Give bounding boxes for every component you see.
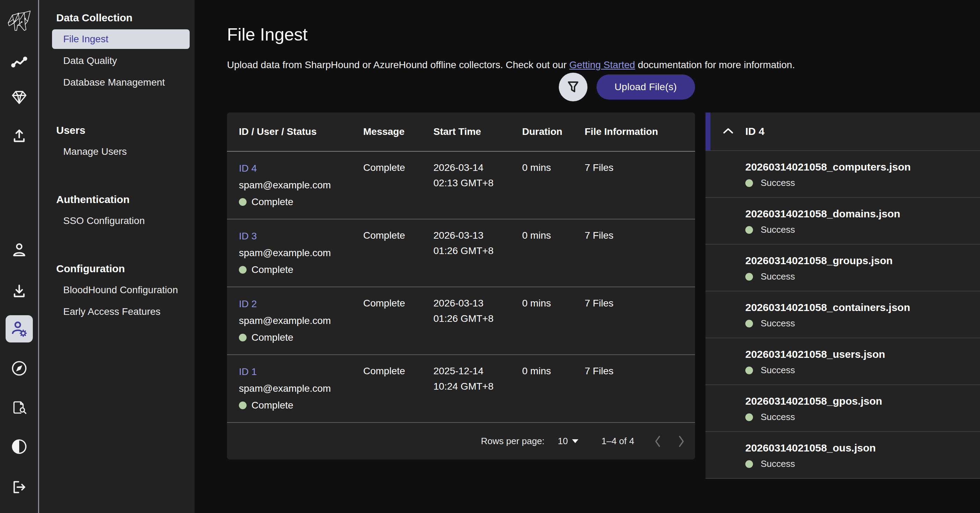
cell-duration: 0 mins	[522, 160, 585, 175]
table-row: ID 3 spam@example.com Complete Complete …	[227, 220, 695, 287]
table-pagination: Rows per page: 10 1–4 of 4	[227, 423, 695, 460]
start-clock: 01:26 GMT+8	[433, 311, 522, 327]
rows-per-page-select[interactable]: 10	[558, 436, 578, 447]
data-quality-gem-icon[interactable]	[10, 88, 28, 106]
file-status-row: Success	[745, 365, 973, 376]
section-heading: Users	[56, 124, 189, 136]
ingest-id-link[interactable]: ID 4	[239, 160, 363, 177]
ingest-id-link[interactable]: ID 2	[239, 296, 363, 312]
contrast-toggle-icon[interactable]	[10, 438, 28, 456]
status-dot-icon	[745, 366, 753, 374]
upload-icon[interactable]	[10, 126, 28, 145]
sidebar-section-data-collection: Data Collection File Ingest Data Quality…	[48, 12, 189, 92]
file-status-row: Success	[745, 271, 973, 282]
manage-users-selected-tile[interactable]	[6, 315, 33, 343]
file-name: 20260314021058_groups.json	[745, 253, 973, 268]
sidebar-item[interactable]: SSO Configuration	[52, 211, 189, 231]
status-dot-icon	[745, 179, 753, 187]
caret-down-icon	[572, 439, 578, 443]
file-item: 20260314021058_computers.json Success	[705, 151, 980, 198]
logout-icon[interactable]	[10, 478, 28, 496]
file-item: 20260314021058_gpos.json Success	[705, 385, 980, 432]
cell-start-time: 2025-12-14 10:24 GMT+8	[433, 363, 522, 394]
file-item: 20260314021058_groups.json Success	[705, 245, 980, 292]
table-row: ID 1 spam@example.com Complete Complete …	[227, 355, 695, 423]
status-label: Complete	[251, 194, 293, 210]
icon-rail	[0, 0, 39, 513]
file-status-row: Success	[745, 318, 973, 329]
upload-files-button[interactable]: Upload File(s)	[597, 75, 695, 100]
pagination-range: 1–4 of 4	[601, 436, 634, 447]
sidebar-item[interactable]: BloodHound Configuration	[52, 280, 189, 300]
line-chart-icon[interactable]	[10, 53, 28, 71]
status-dot-icon	[239, 198, 247, 206]
explore-compass-icon[interactable]	[10, 359, 28, 378]
sidebar-item-label: Early Access Features	[63, 306, 161, 317]
start-date: 2026-03-13	[433, 228, 522, 243]
start-clock: 01:26 GMT+8	[433, 243, 522, 259]
sidebar-item[interactable]: File Ingest	[52, 29, 189, 49]
file-name: 20260314021058_computers.json	[745, 160, 973, 174]
sidebar-section-authentication: Authentication SSO Configuration	[48, 194, 189, 231]
col-header-message: Message	[363, 126, 433, 137]
cell-file-information: 7 Files	[585, 228, 695, 243]
cell-message: Complete	[363, 296, 433, 311]
status-dot-icon	[239, 334, 247, 341]
filter-button[interactable]	[559, 73, 587, 101]
status-label: Complete	[251, 261, 293, 278]
cell-id-user-status: ID 3 spam@example.com Complete	[239, 228, 363, 278]
file-status-row: Success	[745, 225, 973, 235]
sidebar-item[interactable]: Manage Users	[52, 142, 189, 161]
file-status-row: Success	[745, 412, 973, 422]
sidebar-item[interactable]: Data Quality	[52, 51, 189, 70]
document-search-icon[interactable]	[10, 398, 28, 417]
status-row: Complete	[239, 329, 363, 346]
start-date: 2026-03-14	[433, 160, 522, 175]
rows-per-page-value: 10	[558, 436, 568, 447]
person-icon[interactable]	[10, 241, 28, 259]
section-heading: Authentication	[56, 194, 189, 206]
download-icon[interactable]	[10, 282, 28, 300]
sidebar-item-label: Database Management	[63, 77, 165, 88]
description-prefix: Upload data from SharpHound or AzureHoun…	[227, 59, 569, 70]
nav-sidebar: Data Collection File Ingest Data Quality…	[39, 0, 194, 513]
table-row: ID 2 spam@example.com Complete Complete …	[227, 287, 695, 355]
cell-id-user-status: ID 2 spam@example.com Complete	[239, 296, 363, 346]
cell-start-time: 2026-03-13 01:26 GMT+8	[433, 228, 522, 259]
cell-start-time: 2026-03-14 02:13 GMT+8	[433, 160, 522, 191]
cell-start-time: 2026-03-13 01:26 GMT+8	[433, 296, 522, 327]
bloodhound-logo-icon[interactable]	[5, 6, 34, 35]
status-dot-icon	[239, 266, 247, 274]
page-description: Upload data from SharpHound or AzureHoun…	[227, 59, 795, 70]
sidebar-item-label: BloodHound Configuration	[63, 284, 178, 295]
toolbar: Upload File(s)	[227, 73, 695, 101]
table-header-row: ID / User / Status Message Start Time Du…	[227, 113, 695, 152]
cell-duration: 0 mins	[522, 228, 585, 243]
sidebar-item[interactable]: Early Access Features	[52, 302, 189, 322]
cell-id-user-status: ID 4 spam@example.com Complete	[239, 160, 363, 210]
col-header-duration: Duration	[522, 126, 585, 137]
person-gear-icon	[11, 320, 28, 338]
previous-page-button[interactable]	[654, 435, 662, 448]
getting-started-link[interactable]: Getting Started	[569, 59, 635, 70]
status-row: Complete	[239, 194, 363, 210]
file-name: 20260314021058_domains.json	[745, 207, 973, 221]
chevron-right-icon	[678, 435, 685, 448]
file-status-label: Success	[760, 459, 795, 469]
file-name: 20260314021058_ous.json	[745, 441, 973, 455]
ingest-id-link[interactable]: ID 3	[239, 228, 363, 245]
cell-file-information: 7 Files	[585, 296, 695, 311]
status-dot-icon	[239, 401, 247, 409]
ingest-id-link[interactable]: ID 1	[239, 363, 363, 380]
sidebar-item[interactable]: Database Management	[52, 73, 189, 92]
file-item: 20260314021058_ous.json Success	[705, 432, 980, 479]
file-status-row: Success	[745, 177, 973, 188]
file-status-label: Success	[760, 365, 795, 376]
status-row: Complete	[239, 261, 363, 278]
user-email: spam@example.com	[239, 380, 363, 397]
file-item: 20260314021058_users.json Success	[705, 338, 980, 385]
cell-file-information: 7 Files	[585, 363, 695, 379]
main-content: File Ingest Upload data from SharpHound …	[194, 0, 980, 513]
accordion-header-id4[interactable]: ID 4	[705, 113, 980, 151]
next-page-button[interactable]	[678, 435, 685, 448]
